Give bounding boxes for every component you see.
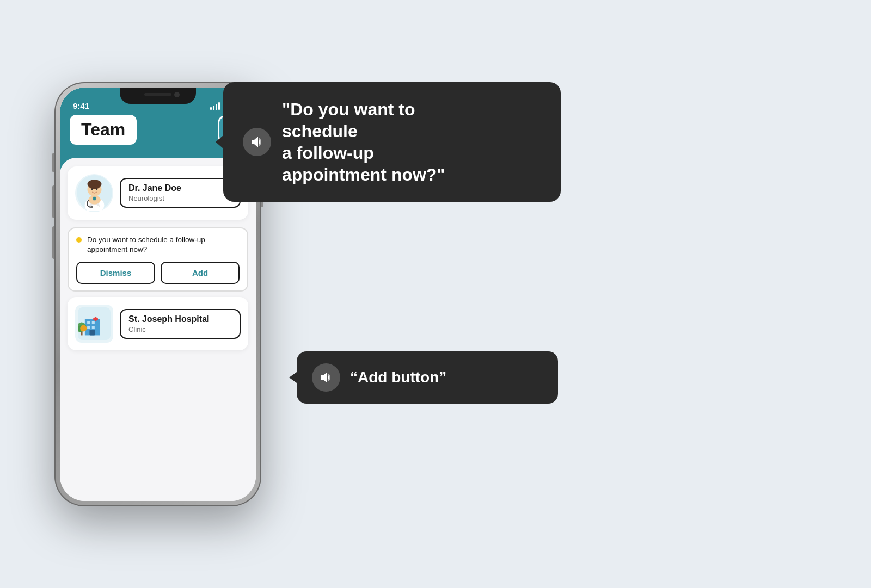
scene: 9:41 📶 🔋 [54,36,817,553]
svg-rect-11 [93,197,96,201]
notch-camera [174,92,180,97]
hospital-avatar [75,305,113,343]
svg-rect-14 [87,321,90,324]
notification-content: Do you want to schedule a follow-up appo… [76,235,240,256]
signal-bars-icon [210,102,220,110]
speaker-icon-circle-add [312,363,340,392]
tooltip-main: "Do you want toschedulea follow-upappoin… [223,82,561,202]
bar2 [213,106,214,110]
hospital-list-item[interactable]: St. Joseph Hospital Clinic [68,297,248,350]
speaker-icon-add [318,370,334,385]
add-button-action[interactable]: Add [161,262,240,284]
status-time: 9:41 [73,101,89,110]
speaker-icon-circle-main [243,128,271,156]
speaker-icon-main [249,134,265,150]
doctor-avatar [75,174,113,212]
notch [120,88,196,104]
tooltip-main-inner: "Do you want toschedulea follow-upappoin… [243,98,541,185]
doctor-avatar-svg [77,175,112,211]
svg-rect-16 [87,326,90,329]
svg-point-10 [90,206,93,208]
svg-rect-17 [92,326,95,329]
team-title: Team [81,120,125,139]
svg-rect-15 [92,321,95,324]
hospital-icon-svg [78,307,111,340]
bar3 [216,104,217,110]
notch-speaker [144,93,171,96]
dismiss-button[interactable]: Dismiss [76,262,155,284]
svg-rect-18 [89,330,95,335]
bar4 [218,102,220,110]
bar1 [210,107,212,110]
svg-point-9 [95,188,97,190]
tooltip-main-text: "Do you want toschedulea follow-upappoin… [282,98,445,185]
doctor-specialty: Neurologist [128,194,232,202]
volume-down-button [52,226,54,259]
volume-up-button [52,185,54,218]
team-badge: Team [70,115,137,145]
svg-point-7 [88,182,100,189]
mute-button [52,153,54,172]
action-buttons: Dismiss Add [76,262,240,284]
notification-card: Do you want to schedule a follow-up appo… [68,227,248,292]
app-list: Dr. Jane Doe Neurologist Do you want to … [60,158,256,501]
svg-rect-20 [93,318,98,320]
tooltip-add: “Add button” [297,351,558,404]
svg-point-8 [91,188,93,190]
svg-point-24 [80,325,87,332]
hospital-info-box: St. Joseph Hospital Clinic [120,309,241,339]
hospital-name: St. Joseph Hospital [128,314,232,324]
notification-text: Do you want to schedule a follow-up appo… [87,235,240,256]
tooltip-add-text: “Add button” [350,369,446,386]
hospital-type: Clinic [128,325,232,333]
doctor-list-item[interactable]: Dr. Jane Doe Neurologist [68,166,248,220]
tooltip-add-inner: “Add button” [312,363,543,392]
doctor-name: Dr. Jane Doe [128,183,232,193]
doctor-info-box: Dr. Jane Doe Neurologist [120,178,241,208]
notification-dot [76,237,82,243]
